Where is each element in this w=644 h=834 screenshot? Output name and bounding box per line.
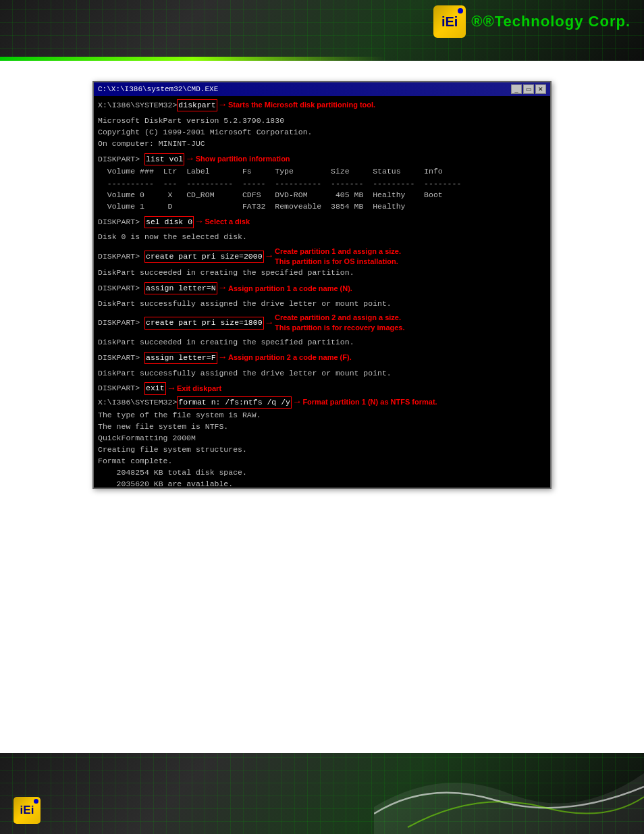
cmd-close-button[interactable]: ✕ xyxy=(535,84,546,94)
arrow-5: → xyxy=(220,282,225,295)
cmd-line-exit1: DISKPART> exit → Exit diskpart xyxy=(98,382,546,396)
vol-sep-text: ---------- --- ---------- ----- --------… xyxy=(98,178,461,189)
prompt-5: DISKPART> xyxy=(98,283,144,294)
cmd-highlight-createpart2: create part pri size=1800 xyxy=(144,317,264,329)
main-content: C:\X:\I386\system32\CMD.EXE _ ▭ ✕ X:\I38… xyxy=(0,61,644,753)
cmd-line-createpart2: DISKPART> create part pri size=1800 → Cr… xyxy=(98,313,546,334)
text-avail1: 2035620 KB are available. xyxy=(98,479,233,488)
cmd-line-seldisk: DISKPART> sel disk 0 → Select a disk xyxy=(98,215,546,229)
prompt-6: DISKPART> xyxy=(98,317,144,328)
cmd-highlight-exit1: exit xyxy=(144,382,166,394)
text-ntfs1: The new file system is NTFS. xyxy=(98,421,228,432)
arrow-4: → xyxy=(267,250,272,263)
annotation-exit1: Exit diskpart xyxy=(177,384,221,394)
cmd-highlight-assignF: assign letter=F xyxy=(144,352,217,364)
arrow-6: → xyxy=(267,317,272,330)
arrow-3: → xyxy=(196,215,202,229)
annotation-createpart1: Create partition 1 and assign a size. Th… xyxy=(275,246,401,267)
text-diskselected: Disk 0 is now the selected disk. xyxy=(98,232,247,242)
prompt-2: DISKPART> xyxy=(98,154,144,165)
cmd-line-copyright: Copyright (C) 1999-2001 Microsoft Corpor… xyxy=(98,127,546,138)
prompt-4: DISKPART> xyxy=(98,251,144,262)
cmd-line-version: Microsoft DiskPart version 5.2.3790.1830 xyxy=(98,115,546,126)
cmd-titlebar: C:\X:\I386\system32\CMD.EXE _ ▭ ✕ xyxy=(94,82,550,96)
vol-row-1: Volume 1 D FAT32 Removeable 3854 MB Heal… xyxy=(98,201,546,212)
vol-header-text: Volume ### Ltr Label Fs Type Size Status… xyxy=(98,166,443,177)
cmd-highlight-assignN: assign letter=N xyxy=(144,282,217,294)
vol-row-1-text: Volume 1 D FAT32 Removeable 3854 MB Heal… xyxy=(98,201,405,212)
cmd-highlight-diskpart: diskpart xyxy=(177,99,217,111)
text-assignF-ok: DiskPart successfully assigned the drive… xyxy=(98,368,392,379)
text-copyright: Copyright (C) 1999-2001 Microsoft Corpor… xyxy=(98,127,312,138)
annotation-createpart2: Create partition 2 and assign a size. Th… xyxy=(275,313,405,334)
cmd-line-fsraw1: The type of the file system is RAW. xyxy=(98,410,546,421)
arrow-1: → xyxy=(220,99,225,112)
company-logo-icon: iEi xyxy=(433,5,466,38)
text-assignN-ok: DiskPart successfully assigned the drive… xyxy=(98,298,392,309)
arrow-2: → xyxy=(187,153,192,166)
text-creating1: Creating file system structures. xyxy=(98,444,247,455)
cmd-highlight-formatN: format n: /fs:ntfs /q /y xyxy=(177,396,292,409)
text-total1: 2048254 KB total disk space. xyxy=(98,467,247,478)
prompt-7: DISKPART> xyxy=(98,353,144,363)
cmd-line-assignF: DISKPART> assign letter=F → Assign parti… xyxy=(98,351,546,365)
company-logo-text: ®®Technology Corp. xyxy=(471,13,630,30)
text-quickformat1: QuickFormatting 2000M xyxy=(98,433,196,444)
annotation-formatN: Format partition 1 (N) as NTFS format. xyxy=(302,397,437,407)
annotation-assignF: Assign partition 2 a code name (F). xyxy=(228,353,352,363)
cmd-line-total1: 2048254 KB total disk space. xyxy=(98,467,546,478)
cmd-line-computer: On computer: MININT-JUC xyxy=(98,138,546,149)
footer-logo-icon: iEi xyxy=(14,797,41,824)
prompt-1: X:\I386\SYSTEM32> xyxy=(98,100,177,111)
cmd-highlight-listvol: list vol xyxy=(144,153,184,165)
arrow-9: → xyxy=(294,396,300,409)
cmd-line-creating1: Creating file system structures. xyxy=(98,444,546,455)
cmd-line-quickformat1: QuickFormatting 2000M xyxy=(98,433,546,444)
cmd-line-assignN-ok: DiskPart successfully assigned the drive… xyxy=(98,298,546,309)
cmd-line-createpart1-ok: DiskPart succeeded in creating the speci… xyxy=(98,267,546,278)
cmd-line-avail1: 2035620 KB are available. xyxy=(98,479,546,488)
arrow-7: → xyxy=(220,351,225,365)
cmd-line-assignF-ok: DiskPart successfully assigned the drive… xyxy=(98,368,546,379)
annotation-assignN: Assign partition 1 a code name (N). xyxy=(228,284,352,294)
prompt-9: X:\I386\SYSTEM32> xyxy=(98,397,177,408)
text-fsraw1: The type of the file system is RAW. xyxy=(98,410,261,421)
cmd-highlight-seldisk: sel disk 0 xyxy=(144,216,194,228)
annotation-seldisk: Select a disk xyxy=(205,217,250,227)
footer-curve xyxy=(374,753,644,834)
vol-row-0-text: Volume 0 X CD_ROM CDFS DVD-ROM 405 MB He… xyxy=(98,190,443,201)
cmd-line-createpart2-ok: DiskPart succeeded in creating the speci… xyxy=(98,337,546,348)
cmd-line-createpart1: DISKPART> create part pri size=2000 → Cr… xyxy=(98,246,546,267)
text-computer: On computer: MININT-JUC xyxy=(98,138,205,149)
vol-table-header: Volume ### Ltr Label Fs Type Size Status… xyxy=(98,166,546,177)
text-createpart1-ok: DiskPart succeeded in creating the speci… xyxy=(98,267,354,278)
text-createpart2-ok: DiskPart succeeded in creating the speci… xyxy=(98,337,354,348)
footer-logo: iEi xyxy=(14,797,41,824)
prompt-8: DISKPART> xyxy=(98,383,144,394)
cmd-line-assignN: DISKPART> assign letter=N → Assign parti… xyxy=(98,282,546,295)
cmd-restore-button[interactable]: ▭ xyxy=(523,84,534,94)
footer-bar: iEi xyxy=(0,753,644,834)
cmd-minimize-button[interactable]: _ xyxy=(511,84,522,94)
vol-table-sep: ---------- --- ---------- ----- --------… xyxy=(98,178,546,189)
header-bar: iEi ®®Technology Corp. xyxy=(0,0,644,61)
text-complete1: Format complete. xyxy=(98,456,172,467)
cmd-body[interactable]: X:\I386\SYSTEM32>diskpart → Starts the M… xyxy=(94,96,550,488)
cmd-highlight-createpart1: create part pri size=2000 xyxy=(144,251,264,263)
cmd-line-listvol: DISKPART> list vol → Show partition info… xyxy=(98,153,546,166)
annotation-diskpart: Starts the Microsoft disk partitioning t… xyxy=(228,100,375,110)
cmd-titlebar-buttons: _ ▭ ✕ xyxy=(511,84,546,94)
cmd-window[interactable]: C:\X:\I386\system32\CMD.EXE _ ▭ ✕ X:\I38… xyxy=(92,81,552,489)
cmd-line-complete1: Format complete. xyxy=(98,456,546,467)
annotation-listvol: Show partition information xyxy=(196,154,290,164)
vol-row-0: Volume 0 X CD_ROM CDFS DVD-ROM 405 MB He… xyxy=(98,190,546,201)
logo-area: iEi ®®Technology Corp. xyxy=(433,5,630,38)
cmd-line-diskpart: X:\I386\SYSTEM32>diskpart → Starts the M… xyxy=(98,99,546,112)
cmd-line-ntfs1: The new file system is NTFS. xyxy=(98,421,546,432)
cmd-title: C:\X:\I386\system32\CMD.EXE xyxy=(98,85,218,93)
cmd-line-diskselected: Disk 0 is now the selected disk. xyxy=(98,232,546,242)
cmd-line-formatN: X:\I386\SYSTEM32>format n: /fs:ntfs /q /… xyxy=(98,396,546,409)
arrow-8: → xyxy=(169,382,174,396)
text-version: Microsoft DiskPart version 5.2.3790.1830 xyxy=(98,115,284,126)
logo-registered: ® xyxy=(471,13,483,30)
